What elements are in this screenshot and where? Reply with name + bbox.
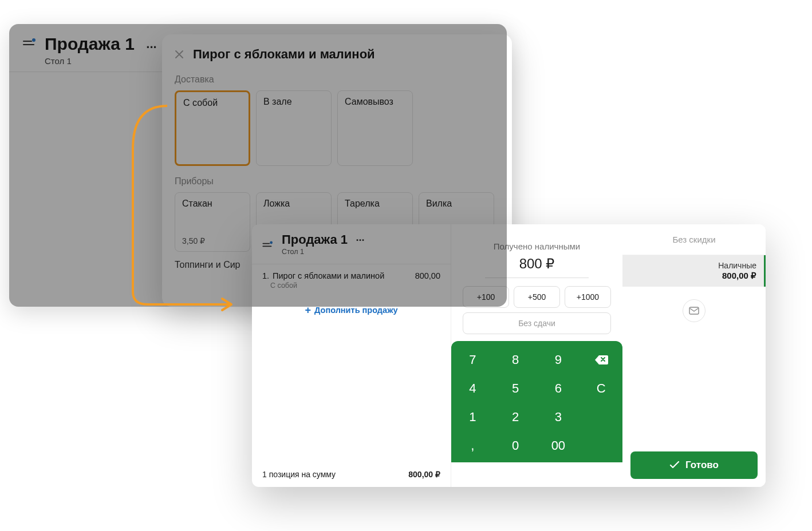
key-9[interactable]: 9: [537, 346, 580, 374]
key-comma[interactable]: ,: [451, 431, 494, 460]
close-icon[interactable]: [174, 49, 185, 60]
section-delivery-label: Доставка: [162, 72, 512, 90]
key-3[interactable]: 3: [537, 403, 580, 431]
email-receipt-button[interactable]: [683, 299, 705, 322]
quick-add-100[interactable]: +100: [463, 286, 509, 308]
menu-icon[interactable]: [262, 241, 273, 252]
numeric-keypad: 7 8 9 4 5 6 C 1 2 3 , 0 00: [451, 341, 622, 462]
section-utensils-label: Приборы: [162, 166, 512, 192]
key-6[interactable]: 6: [537, 374, 580, 403]
key-empty: [580, 431, 622, 460]
sale-title: Продажа 1: [45, 34, 135, 54]
mail-icon: [689, 307, 699, 315]
svg-rect-0: [689, 307, 699, 314]
menu-icon[interactable]: [23, 39, 37, 53]
line-item[interactable]: 1. Пирог с яблоками и малиной 800,00: [252, 264, 451, 282]
sale-title: Продажа 1: [282, 232, 348, 247]
more-icon[interactable]: ···: [146, 40, 156, 54]
key-1[interactable]: 1: [451, 403, 494, 431]
modal-title: Пирог с яблоками и малиной: [193, 47, 375, 62]
plus-icon: +: [305, 304, 312, 316]
delivery-options: С собой В зале Самовывоз: [162, 90, 512, 166]
key-7[interactable]: 7: [451, 346, 494, 374]
order-panel: Продажа 1 ··· Стол 1 1. Пирог с яблоками…: [252, 224, 451, 487]
key-empty: [580, 403, 622, 431]
line-item-price: 800,00: [415, 271, 440, 280]
delivery-tile-inhouse[interactable]: В зале: [256, 90, 332, 166]
key-5[interactable]: 5: [494, 374, 537, 403]
key-00[interactable]: 00: [537, 431, 580, 460]
key-4[interactable]: 4: [451, 374, 494, 403]
no-discount-button[interactable]: Без скидки: [622, 224, 766, 255]
key-2[interactable]: 2: [494, 403, 537, 431]
line-item-name: Пирог с яблоками и малиной: [273, 271, 412, 280]
payment-methods-panel: Без скидки Наличные 800,00 ₽ Готово: [622, 224, 766, 487]
payment-panel: Получено наличными 800 ₽ +100 +500 +1000…: [451, 224, 622, 487]
key-clear[interactable]: C: [580, 374, 622, 403]
key-backspace[interactable]: [580, 346, 622, 374]
table-label: Стол 1: [282, 248, 365, 256]
delivery-tile-takeaway[interactable]: С собой: [175, 90, 250, 166]
delivery-tile-pickup[interactable]: Самовывоз: [337, 90, 413, 166]
line-item-modifier: С собой: [252, 282, 451, 290]
received-label: Получено наличными: [463, 241, 611, 251]
more-icon[interactable]: ···: [356, 235, 365, 246]
payment-method-cash[interactable]: Наличные 800,00 ₽: [622, 255, 766, 287]
received-amount: 800 ₽: [485, 256, 589, 278]
no-change-button[interactable]: Без сдачи: [463, 312, 611, 334]
key-0[interactable]: 0: [494, 431, 537, 460]
utensil-tile-cup[interactable]: Стакан3,50 ₽: [175, 192, 250, 252]
add-to-sale-button[interactable]: +Дополнить продажу: [252, 290, 451, 331]
done-button[interactable]: Готово: [630, 451, 758, 479]
check-icon: [669, 461, 680, 469]
footer-total: 800,00 ₽: [408, 470, 440, 479]
quick-add-500[interactable]: +500: [514, 286, 560, 308]
key-8[interactable]: 8: [494, 346, 537, 374]
checkout-window: Продажа 1 ··· Стол 1 1. Пирог с яблоками…: [252, 224, 766, 487]
footer-count: 1 позиция на сумму: [262, 470, 336, 479]
quick-add-1000[interactable]: +1000: [565, 286, 611, 308]
